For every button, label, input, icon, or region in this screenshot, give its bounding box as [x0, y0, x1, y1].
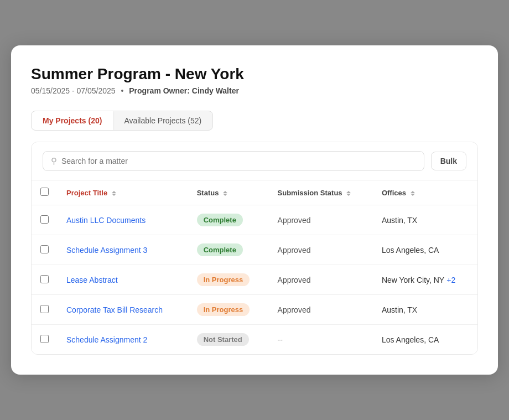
row-checkbox-cell: [32, 235, 58, 265]
project-title-link[interactable]: Austin LLC Documents: [66, 216, 146, 225]
table-row: Austin LLC Documents Complete Approved A…: [32, 205, 477, 235]
offices-value: Los Angeles, CA: [382, 246, 439, 255]
row-offices: Austin, TX: [373, 295, 477, 325]
sort-icon-status[interactable]: [223, 191, 227, 196]
row-status: Complete: [188, 205, 269, 235]
row-submission-status: Approved: [269, 265, 373, 295]
project-title-link[interactable]: Schedule Assignment 3: [66, 246, 147, 255]
table-container: ⚲ Bulk Project Title: [31, 142, 478, 355]
row-project-title: Schedule Assignment 2: [58, 325, 188, 355]
row-checkbox[interactable]: [40, 305, 49, 313]
row-status: Not Started: [188, 325, 269, 355]
sort-icon-project-title[interactable]: [112, 191, 116, 196]
status-badge: In Progress: [197, 303, 250, 316]
row-offices: Los Angeles, CA: [373, 325, 477, 355]
header-status: Status: [188, 180, 269, 205]
search-wrap: ⚲: [43, 151, 424, 171]
main-card: Summer Program - New York 05/15/2025 - 0…: [11, 45, 498, 375]
row-checkbox-cell: [32, 295, 58, 325]
projects-table: Project Title Status: [32, 180, 477, 354]
row-checkbox-cell: [32, 265, 58, 295]
status-badge: In Progress: [197, 273, 250, 286]
table-row: Schedule Assignment 3 Complete Approved …: [32, 235, 477, 265]
row-status: In Progress: [188, 295, 269, 325]
project-title-link[interactable]: Schedule Assignment 2: [66, 335, 147, 344]
header-checkbox-col: [32, 180, 58, 205]
project-title-link[interactable]: Lease Abstract: [66, 276, 118, 284]
tab-my-projects[interactable]: My Projects (20): [32, 111, 113, 130]
header-project-title: Project Title: [58, 180, 188, 205]
row-submission-status: Approved: [269, 235, 373, 265]
offices-value: Los Angeles, CA: [382, 335, 439, 344]
row-project-title: Schedule Assignment 3: [58, 235, 188, 265]
row-checkbox-cell: [32, 205, 58, 235]
table-row: Corporate Tax Bill Research In Progress …: [32, 295, 477, 325]
table-row: Schedule Assignment 2 Not Started -- Los…: [32, 325, 477, 355]
owner-label: Program Owner: Cindy Walter: [129, 86, 239, 95]
submission-status-dash: --: [278, 335, 283, 344]
submission-status-value: Approved: [278, 216, 311, 225]
row-checkbox[interactable]: [40, 275, 49, 283]
sort-icon-submission-status[interactable]: [346, 191, 351, 196]
table-body: Austin LLC Documents Complete Approved A…: [32, 205, 477, 355]
row-submission-status: Approved: [269, 205, 373, 235]
row-status: Complete: [188, 235, 269, 265]
offices-extra-badge: +2: [446, 276, 455, 284]
status-badge: Complete: [197, 214, 243, 226]
offices-value: Austin, TX: [382, 305, 417, 314]
row-offices: Los Angeles, CA: [373, 235, 477, 265]
row-offices: New York City, NY+2: [373, 265, 477, 295]
status-badge: Complete: [197, 243, 243, 256]
offices-value: New York City, NY: [382, 276, 444, 284]
row-checkbox[interactable]: [40, 245, 49, 253]
row-checkbox[interactable]: [40, 335, 49, 343]
search-icon: ⚲: [51, 156, 57, 166]
offices-value: Austin, TX: [382, 216, 417, 225]
tab-bar: My Projects (20) Available Projects (52): [31, 111, 213, 131]
row-offices: Austin, TX: [373, 205, 477, 235]
tab-available-projects[interactable]: Available Projects (52): [113, 111, 212, 130]
row-checkbox-cell: [32, 325, 58, 355]
header-submission-status: Submission Status: [269, 180, 373, 205]
select-all-checkbox[interactable]: [40, 188, 49, 196]
table-row: Lease Abstract In Progress Approved New …: [32, 265, 477, 295]
row-status: In Progress: [188, 265, 269, 295]
row-submission-status: --: [269, 325, 373, 355]
page-title: Summer Program - New York: [31, 65, 478, 83]
row-project-title: Austin LLC Documents: [58, 205, 188, 235]
row-project-title: Corporate Tax Bill Research: [58, 295, 188, 325]
submission-status-value: Approved: [278, 305, 311, 314]
header-offices: Offices: [373, 180, 477, 205]
project-title-link[interactable]: Corporate Tax Bill Research: [66, 305, 163, 314]
status-badge: Not Started: [197, 333, 249, 346]
bulk-button[interactable]: Bulk: [431, 152, 466, 170]
sort-icon-offices[interactable]: [411, 191, 415, 196]
table-header-row: Project Title Status: [32, 180, 477, 205]
row-submission-status: Approved: [269, 295, 373, 325]
row-project-title: Lease Abstract: [58, 265, 188, 295]
submission-status-value: Approved: [278, 276, 311, 284]
page-meta: 05/15/2025 - 07/05/2025 • Program Owner:…: [31, 86, 478, 95]
search-row: ⚲ Bulk: [32, 142, 477, 180]
search-input[interactable]: [61, 157, 416, 165]
row-checkbox[interactable]: [40, 215, 49, 224]
submission-status-value: Approved: [278, 246, 311, 255]
meta-dot: •: [121, 86, 123, 95]
date-range: 05/15/2025 - 07/05/2025: [31, 86, 116, 95]
